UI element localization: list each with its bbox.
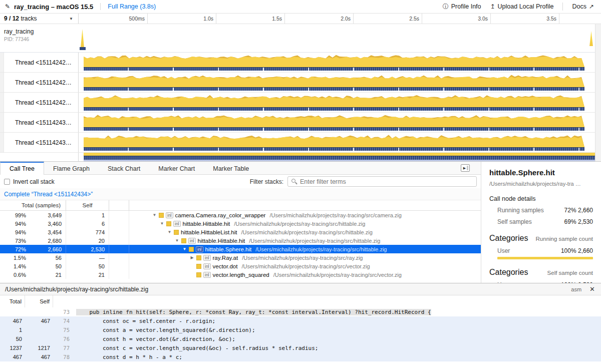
inline-badge: inl xyxy=(166,212,173,218)
row-self-samples: 2,530 xyxy=(66,245,109,253)
filter-stacks-input[interactable] xyxy=(287,176,477,187)
tab-call-tree[interactable]: Call Tree xyxy=(0,162,44,175)
function-file-path: /Users/michailzhuk/projects/ray-tracing/… xyxy=(249,238,380,244)
thread-track-label[interactable]: Thread <15114242… xyxy=(4,93,79,112)
tracks-dropdown[interactable]: 9 / 12 tracks ▼ xyxy=(0,14,79,24)
function-name: hittable.HittableList.hit xyxy=(181,229,237,235)
source-view-header: /Users/michailzhuk/projects/ray-tracing/… xyxy=(0,283,601,295)
call-tree-row[interactable]: 1.4%50 50 inl vector.dot /Users/michailz… xyxy=(0,262,481,270)
selected-function-name: hittable.Sphere.hit xyxy=(489,168,593,177)
timeline-scrollbar[interactable] xyxy=(595,24,601,161)
source-line[interactable]: 1237 1217 77 const c = vector.length_squ… xyxy=(0,343,601,352)
call-tree-row[interactable]: 94%3,460 6 ▼ inl hittable.Hittable.hit /… xyxy=(0,219,481,228)
process-track-label[interactable]: ray_tracing PID: 77346 xyxy=(4,28,34,42)
sidebar-toggle-button[interactable]: ▶ xyxy=(461,164,470,172)
sample-strip xyxy=(84,107,584,111)
source-line[interactable]: 467 467 74 const oc = self.center - r.or… xyxy=(0,316,601,325)
expand-arrow-icon[interactable]: ▼ xyxy=(160,221,164,226)
tab-marker-table[interactable]: Marker Table xyxy=(204,162,258,174)
function-category-icon xyxy=(196,264,201,269)
source-line[interactable]: 467 467 78 const d = h * h - a * c; xyxy=(0,352,601,361)
call-tree-row[interactable]: 94%3,454 774 ▼ inl hittable.HittableList… xyxy=(0,228,481,236)
thread-track[interactable]: Thread <15114243… xyxy=(0,133,601,153)
thread-track-label[interactable]: Thread <15114242… xyxy=(4,53,79,72)
call-tree-row[interactable]: 0.6%21 21 inl vector.length_squared /Use… xyxy=(0,270,481,279)
thread-track[interactable]: Thread <15114242… xyxy=(0,93,601,113)
total-samples-column-header[interactable]: Total (samples) xyxy=(0,200,66,210)
line-number: 76 xyxy=(53,336,76,342)
inline-badge: inl xyxy=(196,246,203,252)
user-category-bar xyxy=(497,257,593,259)
line-code: const d = h * h - a * c; xyxy=(76,354,182,360)
track-gutter xyxy=(0,113,4,132)
call-tree-row[interactable]: 1.5%56 — ▶ inl ray.Ray.at /Users/michail… xyxy=(0,253,481,262)
call-tree-row[interactable]: 99%3,649 1 ▼ inl camera.Camera.ray_color… xyxy=(0,211,481,219)
tab-flame-graph[interactable]: Flame Graph xyxy=(44,162,99,174)
thread-activity-graph[interactable] xyxy=(84,93,584,112)
thread-activity-graph[interactable] xyxy=(84,113,584,132)
categories-self-heading: CategoriesSelf sample count xyxy=(489,268,593,277)
process-activity-graph[interactable] xyxy=(84,24,594,52)
source-line[interactable]: 50 76 const h = vector.dot(&r.direction,… xyxy=(0,334,601,343)
tab-marker-chart[interactable]: Marker Chart xyxy=(149,162,204,174)
process-track[interactable]: ray_tracing PID: 77346 xyxy=(0,24,601,53)
ruler-tick-label: 1.5s xyxy=(272,16,282,22)
track-gutter xyxy=(0,53,4,72)
activity-graph-svg xyxy=(84,74,584,87)
sample-strip xyxy=(84,147,584,151)
function-file-path: /Users/michailzhuk/projects/ray-tracing/… xyxy=(241,263,370,269)
row-total-samples: 3,649 xyxy=(26,212,66,218)
inline-badge: inl xyxy=(173,221,181,227)
function-name: vector.dot xyxy=(213,263,238,269)
full-range-button[interactable]: Full Range (3.8s) xyxy=(108,3,156,10)
spacer-column xyxy=(109,200,129,210)
track-gutter xyxy=(0,73,4,92)
track-gutter xyxy=(0,93,4,112)
row-percent: 94% xyxy=(0,221,26,227)
function-name: hittable.Sphere.hit xyxy=(205,246,252,252)
close-icon[interactable]: ✕ xyxy=(589,285,595,293)
thread-track-label[interactable]: Thread <15114242… xyxy=(4,73,79,92)
self-column-header[interactable]: Self xyxy=(66,200,109,210)
breadcrumb[interactable]: Complete “Thread <151142434>” xyxy=(0,188,481,200)
profile-info-button[interactable]: ⓘ Profile Info xyxy=(443,3,481,11)
expand-arrow-icon[interactable]: ▼ xyxy=(167,230,172,234)
expand-arrow-icon[interactable]: ▶ xyxy=(190,255,194,260)
thread-activity-graph[interactable] xyxy=(84,133,584,152)
row-percent: 72% xyxy=(0,246,26,252)
function-category-icon xyxy=(166,221,171,226)
ruler-tick xyxy=(490,14,491,24)
partial-thread-track[interactable] xyxy=(0,153,601,161)
thread-track[interactable]: Thread <15114242… xyxy=(0,53,601,73)
ruler-tick xyxy=(422,14,422,24)
thread-track-label[interactable]: Thread <15114243… xyxy=(4,133,79,152)
docs-link[interactable]: Docs ↗ xyxy=(572,3,594,10)
source-line[interactable]: 73 pub inline fn hit(self: Sphere, r: *c… xyxy=(0,307,601,316)
thread-activity-graph[interactable] xyxy=(84,53,584,72)
panel-tab-bar: Call TreeFlame GraphStack ChartMarker Ch… xyxy=(0,162,481,175)
expand-arrow-icon[interactable]: ▼ xyxy=(182,247,187,251)
time-ruler[interactable]: 500ms1.0s1.5s2.0s2.5s3.0s3.5s xyxy=(79,14,601,24)
expand-arrow-icon[interactable]: ▼ xyxy=(152,213,157,217)
source-line[interactable]: 1 75 const a = vector.length_squared(&r.… xyxy=(0,325,601,334)
thread-activity-graph[interactable] xyxy=(84,73,584,92)
thread-track-label[interactable]: Thread <15114243… xyxy=(4,113,79,132)
edit-profile-name-icon[interactable]: ✎ xyxy=(5,3,10,10)
call-tree-row[interactable]: 73%2,680 20 ▼ inl hittable.Hittable.hit … xyxy=(0,236,481,245)
thread-track[interactable]: Thread <15114242… xyxy=(0,73,601,93)
checkbox[interactable] xyxy=(4,179,10,185)
line-code: const a = vector.length_squared(&r.direc… xyxy=(76,327,255,333)
call-tree-header: Total (samples) Self xyxy=(0,200,481,211)
row-self-samples: — xyxy=(66,253,109,262)
expand-arrow-icon[interactable]: ▼ xyxy=(175,238,179,243)
asm-toggle[interactable]: asm xyxy=(571,286,581,292)
call-tree-row[interactable]: 72%2,660 2,530 ▼ inl hittable.Sphere.hit… xyxy=(0,245,481,253)
upload-local-profile-button[interactable]: ↥ Upload Local Profile xyxy=(490,3,554,10)
ruler-tick xyxy=(559,14,559,24)
upload-icon: ↥ xyxy=(490,3,495,10)
user-category-self-row: User100% 2,530 xyxy=(497,281,593,283)
running-samples-row: Running samples72% 2,660 xyxy=(497,207,593,214)
tab-stack-chart[interactable]: Stack Chart xyxy=(99,162,149,174)
thread-track[interactable]: Thread <15114243… xyxy=(0,113,601,133)
invert-call-stack-checkbox[interactable]: Invert call stack xyxy=(4,178,55,185)
